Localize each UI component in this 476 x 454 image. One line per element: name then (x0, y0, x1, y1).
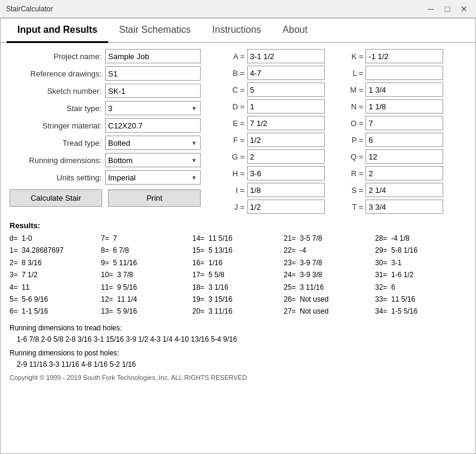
result-item: 21= 3-5 7/8 (284, 232, 375, 244)
minimize-button[interactable]: ─ (425, 3, 437, 15)
param-o-input[interactable] (366, 116, 443, 130)
tread-type-select[interactable]: Bolted (105, 136, 201, 150)
running-dims-post-values: 2-9 11/16 3-3 11/16 4-8 1/16 5-2 1/16 (10, 359, 466, 370)
print-button[interactable]: Print (108, 189, 201, 207)
param-a-label: A = (229, 52, 247, 61)
param-g-label: G = (229, 152, 247, 161)
param-p-input[interactable] (366, 133, 443, 147)
running-dims-tread-label: Running dimensions to tread holes: (10, 323, 466, 334)
param-m-input[interactable] (366, 82, 443, 97)
stair-type-label: Stair type: (10, 104, 105, 113)
close-button[interactable]: ✕ (458, 3, 470, 15)
result-item: 13= 5 9/16 (101, 305, 192, 317)
param-j-input[interactable] (247, 200, 325, 214)
param-g-input[interactable] (247, 149, 325, 164)
result-item: 22= -4 (284, 244, 375, 256)
param-s-input[interactable] (366, 183, 443, 197)
result-item: 11= 9 5/16 (101, 281, 192, 293)
result-item: 30= 3-1 (375, 257, 466, 269)
param-d-input[interactable] (247, 99, 325, 114)
result-item: 7= 7 (101, 232, 192, 244)
copyright-text: Copyright © 1999 - 2019 South Fork Techn… (10, 374, 466, 381)
result-item: 23= 3-9 7/8 (284, 257, 375, 269)
running-dims-tread-values: 1-6 7/8 2-0 5/8 2-8 3/16 3-1 15/16 3-9 1… (10, 334, 466, 345)
result-item: 18= 3 1/16 (192, 281, 284, 293)
result-item: 8= 6 7/8 (101, 244, 192, 256)
result-item: 14= 11 5/16 (192, 232, 284, 244)
param-p-label: P = (348, 136, 366, 145)
maximize-button[interactable]: □ (441, 3, 453, 15)
running-dims-post-label: Running dimensions to post holes: (10, 348, 466, 359)
tab-input-results[interactable]: Input and Results (7, 19, 108, 43)
param-m-label: M = (348, 85, 366, 94)
param-t-input[interactable] (366, 200, 443, 214)
tab-about[interactable]: About (272, 19, 318, 43)
result-item: 2= 8 3/16 (10, 257, 101, 269)
result-item: 28= -4 1/8 (375, 232, 466, 244)
result-item: 4= 11 (10, 281, 101, 293)
param-c-input[interactable] (247, 82, 325, 97)
param-h-input[interactable] (247, 166, 325, 180)
sketch-number-label: Sketch number: (10, 87, 105, 96)
param-t-label: T = (348, 203, 366, 211)
param-o-label: O = (348, 119, 366, 128)
title-bar-title: StairCalculator (6, 5, 53, 13)
param-n-label: N = (348, 102, 366, 111)
result-item: 25= 3 11/16 (284, 281, 375, 293)
result-item: 29= 5-8 1/16 (375, 244, 466, 256)
result-item: 31= 1-6 1/2 (375, 269, 466, 281)
calculate-stair-button[interactable]: Calculate Stair (10, 189, 102, 207)
param-r-label: R = (348, 169, 366, 178)
result-item: 5= 5-6 9/16 (10, 293, 101, 305)
param-i-input[interactable] (247, 183, 325, 197)
param-r-input[interactable] (366, 166, 443, 180)
sketch-number-input[interactable] (105, 84, 201, 98)
param-n-input[interactable] (366, 99, 443, 114)
running-dimensions-label: Running dimensions: (10, 156, 105, 165)
param-b-input[interactable] (247, 66, 325, 80)
param-f-input[interactable] (247, 133, 325, 147)
param-e-input[interactable] (247, 116, 325, 130)
result-item: 19= 3 15/16 (192, 293, 284, 305)
stringer-material-label: Stringer material: (10, 121, 105, 130)
param-h-label: H = (229, 169, 247, 178)
param-d-label: D = (229, 102, 247, 111)
param-q-input[interactable] (366, 149, 443, 164)
param-q-label: Q = (348, 152, 366, 161)
result-item: 32= 6 (375, 281, 466, 293)
result-item: d= 1-0 (10, 232, 101, 244)
result-item: 34= 1-5 5/16 (375, 305, 466, 317)
stringer-material-input[interactable] (105, 118, 201, 133)
result-item: 33= 11 5/16 (375, 293, 466, 305)
param-j-label: J = (229, 203, 247, 211)
units-setting-select[interactable]: Imperial (105, 170, 201, 185)
running-dimensions-select[interactable]: Bottom (105, 153, 201, 167)
param-k-input[interactable] (366, 49, 443, 63)
tread-type-label: Tread type: (10, 139, 105, 148)
result-item: 20= 3 11/16 (192, 305, 284, 317)
param-s-label: S = (348, 186, 366, 195)
param-i-label: I = (229, 186, 247, 195)
param-l-input[interactable] (366, 66, 443, 80)
param-a-input[interactable] (247, 49, 325, 63)
tab-stair-schematics[interactable]: Stair Schematics (108, 19, 201, 43)
result-item: 9= 5 11/16 (101, 257, 192, 269)
results-label: Results: (10, 221, 466, 230)
param-f-label: F = (229, 136, 247, 145)
param-c-label: C = (229, 85, 247, 94)
project-name-input[interactable] (105, 49, 201, 63)
units-setting-label: Units setting: (10, 173, 105, 182)
result-item: 16= 1/16 (192, 257, 284, 269)
reference-drawings-input[interactable] (105, 66, 201, 81)
result-item: 15= 5 13/16 (192, 244, 284, 256)
result-item: 24= 3-9 3/8 (284, 269, 375, 281)
stair-type-select[interactable]: 3 (105, 101, 201, 115)
param-l-label: L = (348, 69, 366, 78)
tab-instructions[interactable]: Instructions (201, 19, 272, 43)
result-item: 26= Not used (284, 293, 375, 305)
param-b-label: B = (229, 69, 247, 78)
result-item: 10= 3 7/8 (101, 269, 192, 281)
result-item: 12= 11 1/4 (101, 293, 192, 305)
tab-bar: Input and Results Stair Schematics Instr… (1, 19, 475, 43)
param-k-label: K = (348, 52, 366, 61)
